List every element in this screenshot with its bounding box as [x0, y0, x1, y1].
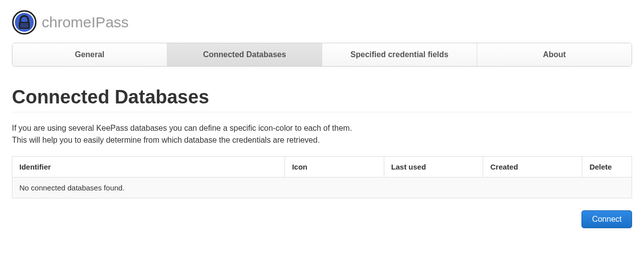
description-line-1: If you are using several KeePass databas… [12, 122, 632, 134]
page-description: If you are using several KeePass databas… [12, 122, 632, 146]
col-created: Created [483, 157, 582, 178]
table-empty-row: No connected databases found. [12, 178, 632, 198]
button-row: Connect [12, 210, 632, 228]
app-header: chromeIPass [12, 10, 632, 35]
tab-about[interactable]: About [477, 43, 632, 66]
table-header-row: Identifier Icon Last used Created Delete [12, 157, 632, 178]
col-last-used: Last used [384, 157, 483, 178]
databases-table: Identifier Icon Last used Created Delete… [12, 156, 632, 198]
tab-general[interactable]: General [12, 43, 167, 66]
connect-button[interactable]: Connect [581, 210, 632, 228]
empty-message: No connected databases found. [12, 178, 632, 198]
page-title: Connected Databases [12, 87, 632, 112]
tab-specified-credential-fields[interactable]: Specified credential fields [322, 43, 477, 66]
col-identifier: Identifier [12, 157, 285, 178]
description-line-2: This will help you to easily determine f… [12, 134, 632, 146]
app-title: chromeIPass [42, 14, 129, 31]
tab-bar: General Connected Databases Specified cr… [12, 43, 632, 67]
lock-icon [12, 10, 37, 35]
tab-connected-databases[interactable]: Connected Databases [167, 43, 322, 66]
col-delete: Delete [582, 157, 632, 178]
col-icon: Icon [285, 157, 384, 178]
